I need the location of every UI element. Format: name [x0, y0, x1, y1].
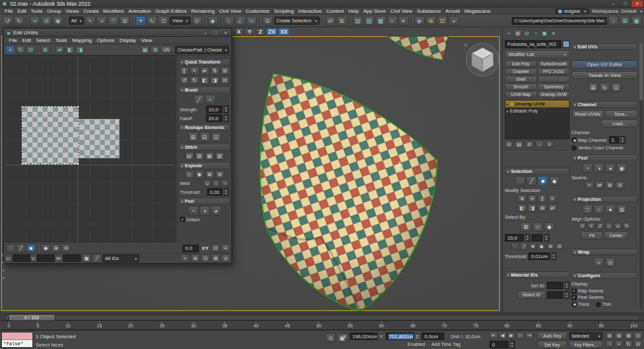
graphite-ribbon-icon[interactable]: ▦ [376, 16, 386, 25]
restrict-plane-xx-button[interactable]: XX [278, 28, 289, 36]
modifier-set-button[interactable]: Unwrap UVW [538, 91, 570, 98]
modifier-set-button[interactable]: Shell [505, 76, 537, 83]
box-map-icon[interactable]: ⊞ [617, 205, 627, 214]
reset-peel-frame-icon[interactable]: ◕ [605, 163, 615, 173]
select-edge-loop-icon[interactable]: ≡ [548, 195, 557, 203]
freeform-mode-icon[interactable]: ⊞ [41, 46, 50, 54]
save-uvws-button[interactable]: Save... [605, 110, 638, 118]
polygon-sub-object-icon[interactable]: ■ [538, 176, 548, 186]
weld-custom-icon[interactable]: ∪ [203, 180, 211, 187]
pan-view-icon[interactable]: + [615, 340, 623, 348]
uv-island[interactable] [79, 120, 119, 158]
uv-channel-grid-icon[interactable]: ⊞ [151, 46, 160, 54]
uv-rotate-icon[interactable]: ↻ [599, 83, 610, 92]
stitch-custom-icon[interactable]: ▤ [185, 152, 194, 160]
zoom-extents-icon[interactable]: ⊠ [624, 332, 633, 339]
move-icon[interactable]: + [6, 46, 15, 54]
menu-item[interactable]: Help [346, 8, 361, 14]
mirror-icon[interactable]: ⇄ [55, 46, 64, 54]
go-to-start-icon[interactable]: ⇤ [490, 332, 498, 339]
render-production-icon[interactable]: ◕ [449, 16, 459, 25]
edge-to-seam-icon[interactable]: ⊞ [605, 181, 614, 189]
go-to-end-icon[interactable]: ⇥ [525, 332, 533, 339]
menu-item[interactable]: Scripting [271, 8, 296, 14]
zoom-region-icon[interactable]: ⊡ [634, 332, 642, 339]
make-unique-icon[interactable]: ⊘ [525, 140, 533, 148]
align-to-view-icon[interactable]: ⊙ [614, 222, 622, 229]
menu-item[interactable]: Civil View [217, 8, 243, 14]
account-dropdown[interactable]: redgear ▾ [555, 8, 589, 14]
uvw-menu-item[interactable]: Tools [53, 38, 70, 43]
time-slider-handle[interactable]: 0 / 100 [8, 314, 55, 321]
flip-horizontal-icon[interactable]: ◧ [200, 76, 209, 85]
flatten-custom-icon[interactable]: ◆ [195, 170, 204, 179]
restrict-z-button[interactable]: Z [256, 28, 265, 36]
align-icon[interactable]: ≣ [337, 16, 347, 25]
select-by-name-icon[interactable]: ≡ [97, 16, 107, 25]
zoom-icon[interactable]: ⊕ [605, 332, 613, 339]
select-and-manipulate-icon[interactable]: ◆ [208, 16, 218, 25]
rotate-90-cw-icon[interactable]: ↻ [190, 76, 199, 85]
zoom-all-icon[interactable]: ⊞ [615, 332, 623, 339]
spinner-control[interactable]: ▲▼ [565, 282, 570, 289]
menu-item[interactable]: File [3, 8, 15, 14]
uvw-menu-item[interactable]: Display [117, 38, 139, 43]
zoom-icon[interactable]: ⊕ [191, 254, 200, 263]
menu-item[interactable]: Content [324, 8, 346, 14]
zoom-region-icon[interactable]: ⊡ [201, 254, 210, 263]
spinner-control[interactable]: ▲▼ [525, 234, 530, 242]
spinner-control[interactable]: ▲▼ [224, 188, 229, 196]
detach-checkbox[interactable]: ✓ [180, 217, 185, 222]
flip-vertical-icon[interactable]: ◨ [210, 76, 219, 85]
spinner-control[interactable]: ▲▼ [224, 114, 229, 122]
restrict-x-button[interactable]: X [234, 28, 243, 36]
reference-coordinate-dropdown[interactable]: View ▾ [170, 17, 190, 25]
select-id-field[interactable] [547, 291, 563, 299]
weld-selected-icon[interactable]: ∩ [212, 180, 220, 187]
spinner-control[interactable]: ▲▼ [551, 252, 556, 260]
wrap-rollout-header[interactable]: ▾ Wrap [572, 249, 638, 256]
flip-vertical-icon[interactable]: ◨ [76, 46, 85, 54]
align-x-icon[interactable]: X [579, 222, 586, 229]
reset-align-icon[interactable]: ↻ [623, 222, 631, 229]
select-mode-e-icon[interactable]: ⊕ [547, 243, 554, 250]
uv-edge-mode-icon[interactable]: ╱ [17, 244, 25, 252]
fit-button[interactable]: Fit [581, 231, 603, 240]
select-by-normal-icon[interactable]: ⊠ [520, 222, 531, 232]
scene-explorer-icon[interactable]: ▤ [353, 16, 363, 25]
modifier-list-dropdown[interactable]: Modifier List ▾ [505, 50, 570, 58]
relax-tool-icon[interactable]: ⊡ [211, 132, 221, 142]
uv-coord-field[interactable]: 0,0 [182, 245, 199, 252]
material-ids-rollout-header[interactable]: ▾ Material IDs [505, 271, 570, 278]
uvw-menu-item[interactable]: View [139, 38, 154, 43]
scale-icon[interactable]: ⊡ [26, 46, 35, 54]
threshold-field[interactable]: 0,01cm [528, 252, 550, 260]
use-pivot-center-icon[interactable]: ⊙ [192, 16, 202, 25]
align-horizontal-icon[interactable]: ∥ [180, 67, 189, 75]
select-by-smoothing-group-icon[interactable]: ◇ [533, 222, 543, 232]
modifier-set-button[interactable]: FFD 2x2x2 [538, 68, 570, 75]
straighten-selection-icon[interactable]: ⊞ [188, 132, 198, 142]
remove-modifier-icon[interactable]: × [535, 140, 544, 148]
select-element-icon[interactable]: ⊞ [538, 204, 547, 212]
uvw-menu-item[interactable]: Options [94, 38, 117, 43]
uv-scale-icon[interactable]: ⊡ [611, 83, 621, 92]
restrict-y-button[interactable]: Y [245, 28, 254, 36]
layer-explorer-icon[interactable]: ▥ [364, 16, 374, 25]
shrink-selection-icon[interactable]: ⊖ [528, 195, 537, 203]
uv-space-button[interactable]: UV [161, 46, 172, 53]
undo-icon[interactable]: ↺ [3, 16, 13, 25]
tweak-in-view-button[interactable]: Tweak In View [572, 71, 638, 79]
menu-item[interactable]: App Store [361, 8, 388, 14]
snap-to-grid-icon[interactable]: ⊟ [221, 76, 230, 85]
open-uv-editor-button[interactable]: Open UV Editor [572, 60, 638, 69]
xy-space-label[interactable]: XY [200, 245, 210, 251]
peel-rollout-header[interactable]: ▾ Peel [572, 154, 638, 161]
z-transform-field[interactable]: 0,0cm [421, 332, 444, 340]
peel-mode-icon[interactable]: ◑ [200, 206, 210, 216]
pin-stack-icon[interactable]: ⊙ [505, 140, 513, 148]
bind-to-space-warp-icon[interactable]: ◉ [53, 16, 63, 25]
material-editor-icon[interactable]: ◉ [414, 16, 425, 25]
center-button[interactable]: Center [604, 231, 628, 240]
break-icon[interactable]: × [221, 180, 229, 187]
